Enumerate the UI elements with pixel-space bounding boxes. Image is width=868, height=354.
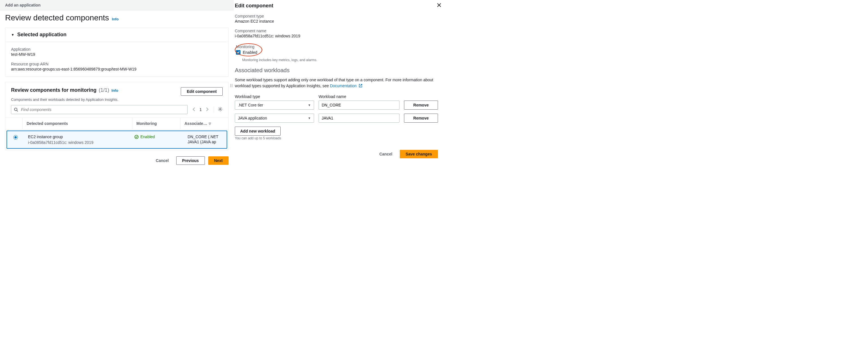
documentation-link[interactable]: Documentation bbox=[330, 84, 356, 88]
row-radio[interactable] bbox=[13, 135, 18, 140]
wizard-footer: Cancel Previous Next bbox=[0, 155, 234, 165]
info-link[interactable]: Info bbox=[112, 17, 119, 21]
selected-application-header[interactable]: ▼ Selected application bbox=[5, 28, 228, 42]
workload-name-label: Workload name bbox=[318, 94, 400, 99]
component-type-label: Component type bbox=[235, 14, 438, 19]
check-circle-icon bbox=[134, 135, 138, 139]
page-number: 1 bbox=[199, 107, 202, 112]
components-card: Review components for monitoring (1/1) I… bbox=[5, 82, 228, 150]
workload-row: .NET Core tier▼ Remove bbox=[235, 100, 438, 110]
chevron-down-icon: ▼ bbox=[308, 116, 311, 120]
workload-type-select[interactable]: JAVA application▼ bbox=[235, 114, 314, 123]
add-workload-button[interactable]: Add new workload bbox=[235, 126, 281, 136]
svg-line-1 bbox=[17, 111, 18, 112]
next-button[interactable]: Next bbox=[208, 156, 228, 165]
remove-button[interactable]: Remove bbox=[404, 100, 438, 110]
page-prev-icon[interactable] bbox=[191, 106, 197, 113]
status-badge: Enabled bbox=[134, 135, 175, 139]
list-item: JAVA1 (JAVA ap bbox=[188, 140, 223, 144]
selected-application-card: ▼ Selected application Application test-… bbox=[5, 27, 228, 77]
row-title: EC2 instance group bbox=[28, 135, 126, 139]
breadcrumb: Add an application bbox=[0, 0, 234, 10]
components-title: Review components for monitoring bbox=[11, 87, 96, 93]
right-pane: Edit component Component type Amazon EC2… bbox=[234, 0, 443, 171]
workload-type-label: Workload type bbox=[235, 94, 314, 99]
component-type-value: Amazon EC2 instance bbox=[235, 19, 438, 24]
gear-icon[interactable] bbox=[218, 107, 223, 112]
associated-workloads-header: Associated workloads bbox=[235, 67, 438, 73]
edit-component-button[interactable]: Edit component bbox=[181, 87, 223, 96]
save-changes-button[interactable]: Save changes bbox=[400, 150, 438, 158]
row-subtitle: i-0a0858a7fd11cd51c: windows 2019 bbox=[28, 140, 126, 145]
components-count: (1/1) bbox=[99, 87, 109, 93]
application-value: test-MW-W19 bbox=[11, 52, 223, 57]
page-title: Review detected components bbox=[5, 13, 109, 22]
application-label: Application bbox=[11, 47, 223, 52]
workload-row: JAVA application▼ Remove bbox=[235, 114, 438, 123]
workload-name-input[interactable] bbox=[318, 114, 400, 123]
chevron-down-icon: ▽ bbox=[209, 122, 211, 125]
cancel-button[interactable]: Cancel bbox=[375, 150, 396, 158]
previous-button[interactable]: Previous bbox=[176, 156, 205, 165]
associated-list: DN_CORE (.NET JAVA1 (JAVA ap bbox=[183, 135, 223, 144]
svg-point-2 bbox=[220, 109, 221, 110]
page-next-icon[interactable] bbox=[205, 106, 210, 113]
components-info-link[interactable]: Info bbox=[112, 88, 118, 93]
monitoring-hint: Monitoring includes key metrics, logs, a… bbox=[242, 58, 438, 62]
search-input[interactable] bbox=[11, 105, 188, 114]
col-detected[interactable]: Detected components bbox=[22, 118, 132, 129]
component-name-value: i-0a0858a7fd11cd51c: windows 2019 bbox=[235, 34, 438, 38]
list-item: DN_CORE (.NET bbox=[188, 135, 223, 139]
arn-label: Resource group ARN bbox=[11, 62, 223, 66]
arn-value: arn:aws:resource-groups:us-east-1:856960… bbox=[11, 67, 223, 71]
selected-application-title: Selected application bbox=[17, 32, 66, 38]
panel-footer: Cancel Save changes bbox=[235, 150, 438, 158]
caret-down-icon: ▼ bbox=[11, 33, 14, 37]
table-header: Detected components Monitoring Associate… bbox=[5, 118, 228, 129]
check-icon bbox=[237, 51, 240, 54]
col-associated[interactable]: Associate…▽ bbox=[180, 118, 228, 129]
table-row[interactable]: EC2 instance group i-0a0858a7fd11cd51c: … bbox=[6, 130, 227, 149]
workloads-hint: You can add up to 5 workloads bbox=[235, 136, 438, 140]
divider bbox=[214, 107, 214, 113]
associated-workloads-para: Some workload types support adding only … bbox=[235, 77, 438, 89]
chevron-down-icon: ▼ bbox=[308, 104, 311, 107]
svg-point-0 bbox=[14, 108, 17, 111]
left-pane: Add an application Review detected compo… bbox=[0, 0, 234, 171]
workload-type-select[interactable]: .NET Core tier▼ bbox=[235, 100, 314, 110]
panel-title: Edit component bbox=[235, 3, 438, 9]
drag-handle-icon[interactable]: || bbox=[230, 83, 233, 87]
external-link-icon bbox=[359, 83, 363, 89]
pagination: 1 bbox=[191, 106, 210, 113]
cancel-button[interactable]: Cancel bbox=[152, 156, 173, 165]
search-icon bbox=[14, 108, 18, 112]
monitoring-checkbox-label: Enabled bbox=[243, 50, 257, 55]
remove-button[interactable]: Remove bbox=[404, 114, 438, 123]
monitoring-label: Monitoring bbox=[236, 45, 257, 49]
close-icon[interactable] bbox=[437, 2, 441, 9]
components-description: Components and their workloads detected … bbox=[5, 97, 228, 105]
col-monitoring[interactable]: Monitoring bbox=[132, 118, 180, 129]
workload-name-input[interactable] bbox=[318, 100, 400, 110]
component-name-label: Component name bbox=[235, 29, 438, 33]
monitoring-checkbox[interactable] bbox=[236, 50, 241, 55]
